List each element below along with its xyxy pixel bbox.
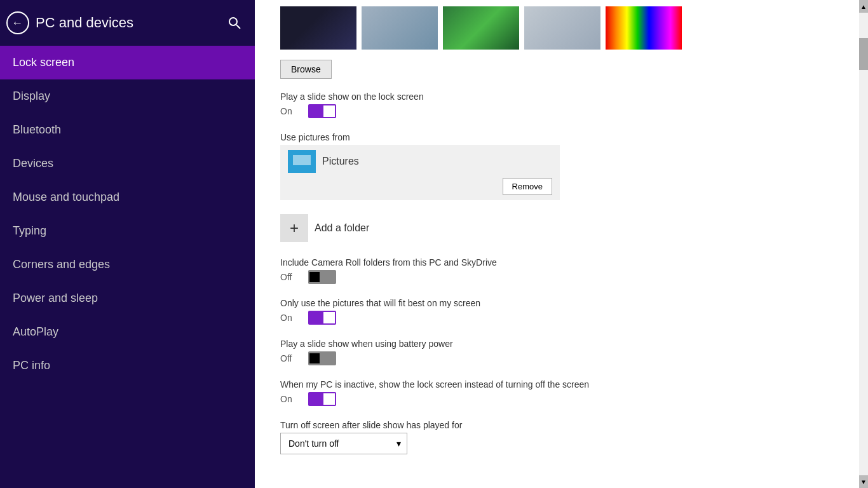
inactive-label: When my PC is inactive, show the lock sc… <box>280 379 843 390</box>
thumbnail-1[interactable] <box>280 6 356 50</box>
scrollbar-down-button[interactable]: ▼ <box>859 475 868 488</box>
fit-pictures-value-row: On <box>280 311 843 325</box>
inactive-toggle-thumb <box>323 393 335 405</box>
battery-slideshow-value-row: Off <box>280 351 843 365</box>
battery-slideshow-value-text: Off <box>280 353 303 363</box>
camera-roll-label: Include Camera Roll folders from this PC… <box>280 257 843 268</box>
battery-slideshow-label: Play a slide show when using battery pow… <box>280 339 843 349</box>
add-folder-row[interactable]: + Add a folder <box>280 214 843 242</box>
plus-icon: + <box>280 214 308 242</box>
scrollbar-thumb[interactable] <box>859 38 868 70</box>
sidebar-item-corners-edges[interactable]: Corners and edges <box>0 248 255 281</box>
fit-pictures-setting: Only use the pictures that will fit best… <box>280 298 843 325</box>
sidebar-item-lock-screen[interactable]: Lock screen <box>0 46 255 79</box>
scrollbar-up-button[interactable]: ▲ <box>859 0 868 13</box>
svg-line-1 <box>236 25 240 29</box>
inactive-setting: When my PC is inactive, show the lock sc… <box>280 379 843 406</box>
slideshow-value-text: On <box>280 106 303 116</box>
sidebar-item-typing[interactable]: Typing <box>0 214 255 248</box>
turnoff-setting: Turn off screen after slide show has pla… <box>280 420 843 454</box>
thumbnail-4[interactable] <box>524 6 600 50</box>
slideshow-setting: Play a slide show on the lock screen On <box>280 92 843 118</box>
use-pictures-setting: Use pictures from Pictures Remove <box>280 132 843 200</box>
main-panel: Browse Play a slide show on the lock scr… <box>255 0 868 488</box>
back-arrow-icon: ← <box>11 17 23 29</box>
inactive-toggle[interactable] <box>308 392 336 406</box>
camera-roll-toggle[interactable] <box>308 270 336 284</box>
sidebar-item-autoplay[interactable]: AutoPlay <box>0 315 255 349</box>
fit-pictures-toggle[interactable] <box>308 311 336 325</box>
folder-name-label: Pictures <box>322 156 359 167</box>
slideshow-toggle[interactable] <box>308 104 336 118</box>
sidebar: ← PC and devices Lock screen Display Blu… <box>0 0 255 488</box>
thumbnail-strip <box>280 0 843 50</box>
camera-roll-value-row: Off <box>280 270 843 284</box>
inactive-value-text: On <box>280 394 303 404</box>
battery-slideshow-setting: Play a slide show when using battery pow… <box>280 339 843 365</box>
camera-roll-toggle-thumb <box>309 272 320 282</box>
slideshow-value-row: On <box>280 104 843 118</box>
remove-button[interactable]: Remove <box>503 178 552 195</box>
camera-roll-value-text: Off <box>280 272 303 282</box>
nav-items: Lock screen Display Bluetooth Devices Mo… <box>0 46 255 383</box>
add-folder-label: Add a folder <box>315 222 369 234</box>
turnoff-dropdown-wrapper[interactable]: Don't turn off 5 minutes 10 minutes 30 m… <box>280 433 407 454</box>
svg-point-0 <box>229 18 237 25</box>
sidebar-item-display[interactable]: Display <box>0 79 255 113</box>
toggle-thumb <box>323 105 335 117</box>
sidebar-item-power-sleep[interactable]: Power and sleep <box>0 281 255 315</box>
fit-toggle-thumb <box>323 312 335 323</box>
browse-button[interactable]: Browse <box>280 60 332 79</box>
main-content: Browse Play a slide show on the lock scr… <box>255 0 868 488</box>
scrollbar-track: ▲ ▼ <box>859 0 868 488</box>
sidebar-item-mouse-touchpad[interactable]: Mouse and touchpad <box>0 180 255 214</box>
use-pictures-label: Use pictures from <box>280 132 843 142</box>
sidebar-header: ← PC and devices <box>0 0 255 46</box>
thumbnail-2[interactable] <box>362 6 438 50</box>
sidebar-item-bluetooth[interactable]: Bluetooth <box>0 113 255 147</box>
battery-toggle-thumb <box>309 353 320 363</box>
folder-icon <box>288 150 316 173</box>
fit-pictures-label: Only use the pictures that will fit best… <box>280 298 843 308</box>
search-icon <box>228 17 241 29</box>
sidebar-item-pc-info[interactable]: PC info <box>0 349 255 383</box>
camera-roll-setting: Include Camera Roll folders from this PC… <box>280 257 843 284</box>
folder-container: Pictures Remove <box>280 145 560 200</box>
battery-slideshow-toggle[interactable] <box>308 351 336 365</box>
turnoff-dropdown[interactable]: Don't turn off 5 minutes 10 minutes 30 m… <box>280 433 407 454</box>
thumbnail-5[interactable] <box>606 6 682 50</box>
sidebar-item-devices[interactable]: Devices <box>0 147 255 180</box>
inactive-value-row: On <box>280 392 843 406</box>
sidebar-title: PC and devices <box>36 15 218 31</box>
back-button[interactable]: ← <box>6 11 29 34</box>
folder-row: Pictures <box>288 150 552 173</box>
search-button[interactable] <box>224 13 245 33</box>
thumbnail-3[interactable] <box>443 6 519 50</box>
turnoff-label: Turn off screen after slide show has pla… <box>280 420 843 430</box>
fit-pictures-value-text: On <box>280 313 303 323</box>
slideshow-label: Play a slide show on the lock screen <box>280 92 843 102</box>
